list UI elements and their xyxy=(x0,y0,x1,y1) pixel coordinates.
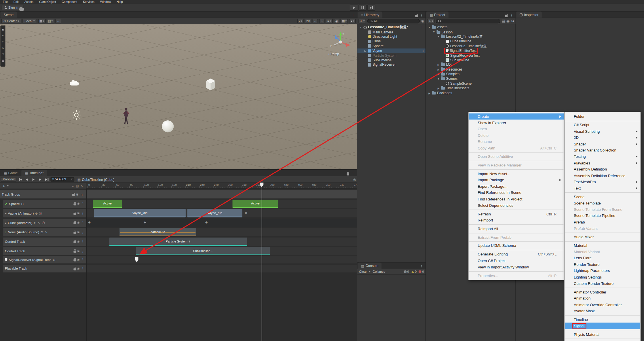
context-menu-item[interactable]: Import Package xyxy=(469,177,564,183)
context-menu-item[interactable]: Show in Explorer xyxy=(469,120,564,126)
tab-timeline[interactable]: ▦Timeline* xyxy=(21,170,47,176)
2d-toggle[interactable]: 2D xyxy=(305,19,311,23)
tab-game[interactable]: ▦Game xyxy=(0,170,21,176)
tab-hierarchy[interactable]: ≡Hierarchy xyxy=(358,12,383,18)
info-badge[interactable]: !0 xyxy=(404,270,409,274)
curves-icon[interactable]: ∿ xyxy=(44,230,47,234)
track-menu-icon[interactable]: ⋮ xyxy=(81,249,85,253)
hierarchy-item[interactable]: ▶ Vayne xyxy=(357,48,425,53)
curves-view-icon[interactable]: ∿ xyxy=(80,184,83,187)
submenu-item[interactable]: C# Script xyxy=(565,122,641,128)
control-track-lane-1[interactable]: Particle System∗ xyxy=(87,238,357,246)
lighting-toggle[interactable]: ☼ xyxy=(313,19,318,23)
submenu-item[interactable]: Assembly Definition Reference xyxy=(565,173,641,179)
animation-clip-vayne-run[interactable]: Vayne_run xyxy=(187,209,242,217)
scene-tool-button[interactable]: ◇ xyxy=(1,45,5,51)
submenu-item[interactable]: Visual Scripting xyxy=(565,128,641,134)
lock-icon[interactable] xyxy=(73,232,76,234)
keyframe-diamond[interactable]: ◆ xyxy=(88,221,91,224)
submenu-item[interactable]: Signal xyxy=(565,323,641,329)
submenu-item[interactable]: Lens Flare xyxy=(565,255,641,262)
previous-frame-button[interactable] xyxy=(24,177,30,182)
menubar-item[interactable]: GameObject xyxy=(36,0,59,4)
add-track-button[interactable] xyxy=(1,183,6,188)
expand-arrow[interactable]: ▶ xyxy=(428,92,431,94)
menubar-item[interactable]: Help xyxy=(114,0,126,4)
timeline-settings-gear[interactable]: ⊛ xyxy=(353,177,356,181)
project-item[interactable]: SubTimeline xyxy=(426,58,515,62)
control-clip-subtimeline[interactable]: SubTimeline↓ xyxy=(136,247,270,255)
track-group-lane[interactable] xyxy=(87,190,357,199)
lock-icon[interactable] xyxy=(73,222,76,224)
track-menu-icon[interactable]: ⋮ xyxy=(81,221,85,225)
submenu-item[interactable]: Timeline xyxy=(565,317,641,323)
lock-icon[interactable] xyxy=(72,194,75,196)
expand-arrow[interactable]: ▶ xyxy=(437,87,440,90)
context-menu-item[interactable] xyxy=(469,233,563,233)
expand-arrow[interactable]: ▼ xyxy=(437,35,440,38)
next-frame-button[interactable] xyxy=(37,177,43,182)
goto-end-button[interactable] xyxy=(44,177,50,182)
project-item[interactable]: SampleScene xyxy=(426,81,515,86)
cloud-collab-icon[interactable] xyxy=(19,8,24,11)
project-item[interactable]: ▶ TimelineAssets xyxy=(426,86,515,90)
submenu-item[interactable]: Scene Template Pipeline xyxy=(565,213,641,219)
scene-tool-button[interactable]: ○ xyxy=(1,39,5,45)
expand-arrow[interactable]: ▶ xyxy=(437,68,440,71)
eye-icon[interactable]: ◉ xyxy=(77,221,80,224)
add-to-group-button[interactable] xyxy=(80,192,85,197)
hierarchy-item[interactable]: Cube xyxy=(357,39,425,44)
directional-light-gizmo[interactable] xyxy=(71,110,82,120)
tab-console[interactable]: ▦Console xyxy=(358,263,382,269)
current-frame-field[interactable]: 374.4389 xyxy=(51,177,75,182)
audio-toggle[interactable]: ♪ xyxy=(319,19,325,23)
record-button[interactable] xyxy=(42,221,45,224)
submenu-item[interactable] xyxy=(565,241,640,241)
context-menu-item[interactable] xyxy=(469,169,563,170)
scene-particle-puff[interactable] xyxy=(70,82,79,86)
submenu-item[interactable]: Audio Mixer xyxy=(565,234,641,240)
project-item[interactable]: ▶ LOL xyxy=(426,62,515,67)
keyframe-diamond[interactable]: ◆ xyxy=(144,221,146,224)
submenu-item[interactable]: Playables xyxy=(565,160,641,166)
track-header-playable[interactable]: Playable Track ◉⋮ xyxy=(3,265,86,272)
track-header-vayne-animator[interactable]: ▸ Vayne (Animator) ⊙ ◉⋮ xyxy=(3,209,86,217)
effects-toggle[interactable]: ∗ xyxy=(326,19,333,23)
eye-icon[interactable]: ◉ xyxy=(77,212,80,215)
project-item[interactable]: SignalEmitterTest xyxy=(426,48,515,53)
cube-animation-lane[interactable]: ◆ ◆ ◆ xyxy=(87,219,357,227)
vayne-animation-lane[interactable]: Vayne_idle Vayne_run ∞ xyxy=(87,209,357,217)
orientation-gizmo[interactable]: y x xyxy=(328,30,353,52)
lock-icon[interactable] xyxy=(415,15,418,17)
timeline-breadcrumb[interactable]: ▦CubeTimeline (Cube) xyxy=(77,177,115,181)
submenu-item[interactable]: Assembly Definition xyxy=(565,166,641,173)
context-menu-item[interactable] xyxy=(469,161,563,161)
draw-mode-button[interactable]: ◐ xyxy=(297,19,304,23)
project-item[interactable]: ▼ Lesson xyxy=(426,30,515,34)
pivot-button[interactable]: ⊙Center xyxy=(1,19,21,23)
track-menu-icon[interactable]: ⋮ xyxy=(81,266,85,270)
signal-track-lane[interactable] xyxy=(87,256,357,264)
context-menu-item[interactable] xyxy=(469,271,563,271)
lock-icon[interactable] xyxy=(73,241,76,243)
hidden-count-icon[interactable]: ◉ xyxy=(506,19,510,23)
hierarchy-item[interactable]: ▼ Lesson02_Timeline轨道* xyxy=(357,25,425,30)
submenu-item[interactable] xyxy=(565,287,640,288)
control-clip-particle[interactable]: Particle System∗ xyxy=(109,238,247,246)
lock-icon[interactable] xyxy=(73,203,76,205)
activation-clip[interactable]: Active xyxy=(93,200,122,208)
expand-arrow[interactable]: ▼ xyxy=(359,26,363,29)
project-item[interactable]: ▶ Samples xyxy=(426,72,515,77)
play-button[interactable] xyxy=(350,5,358,11)
lock-icon[interactable] xyxy=(505,15,508,17)
audio-clip[interactable]: sample-3s xyxy=(119,228,196,236)
preview-toggle[interactable]: Preview xyxy=(1,177,17,182)
pause-button[interactable] xyxy=(359,5,367,11)
hierarchy-item[interactable]: Main Camera xyxy=(357,30,425,34)
panel-menu-icon[interactable]: ⋮ xyxy=(351,172,355,176)
menubar-item[interactable]: Services xyxy=(80,0,97,4)
project-item[interactable]: ▶ Packages xyxy=(426,91,515,95)
submenu-item[interactable]: Animator Controller xyxy=(565,289,641,295)
submenu-item[interactable]: Shader xyxy=(565,141,641,147)
track-binding-icon[interactable]: ⊙ xyxy=(53,258,56,262)
